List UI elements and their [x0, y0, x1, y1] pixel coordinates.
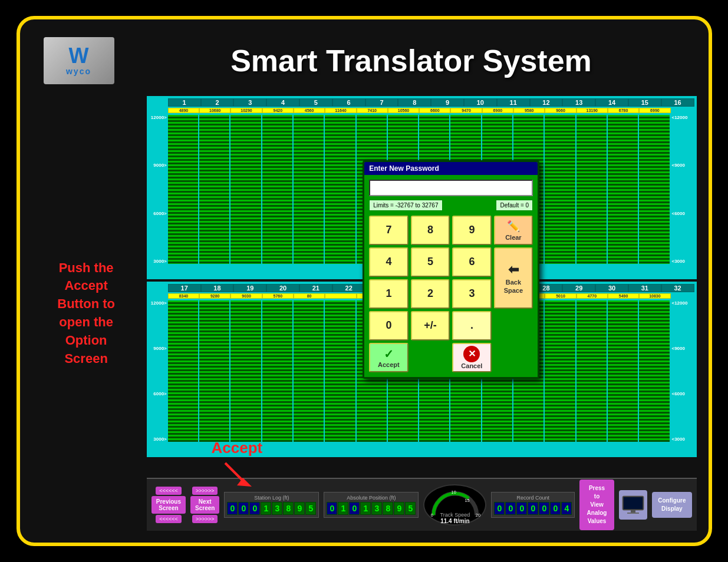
station-log-digits: 0 0 0 1 3 8 9 5	[227, 502, 316, 515]
configure-display-button[interactable]: ConfigureDisplay	[652, 492, 691, 518]
numpad-dot[interactable]: .	[452, 311, 492, 340]
rdigit-0f: 0	[550, 502, 561, 515]
numpad-empty	[411, 343, 450, 372]
numpad-8[interactable]: 8	[411, 216, 450, 245]
station-log-display: Station Log (ft) 0 0 0 1 3 8 9 5	[224, 492, 319, 518]
left-panel: Push the Accept Button to open the Optio…	[32, 96, 141, 531]
rdigit-4: 4	[561, 502, 572, 515]
track-speed-label: Track Speed	[440, 512, 470, 518]
digit-0c: 0	[249, 502, 260, 515]
digit-5: 5	[305, 502, 316, 515]
svg-text:15: 15	[465, 498, 469, 503]
page-title: Smart Translator System	[132, 43, 691, 78]
numpad-3[interactable]: 3	[452, 279, 492, 309]
adigit-1b: 1	[360, 502, 371, 515]
header: W wyco Smart Translator System	[26, 25, 703, 96]
svg-rect-5	[624, 497, 643, 509]
numpad-0[interactable]: 0	[369, 311, 409, 340]
password-dialog: Enter New Password Limits = -32767 to 32…	[363, 160, 539, 379]
press-analog-button[interactable]: Press toViewAnalogValues	[579, 480, 614, 530]
grid-wrapper: 1 2 3 4 5 6 7 8 9 10 11 12 13 14	[147, 96, 697, 478]
adigit-3: 3	[371, 502, 382, 515]
default-label: Default = 0	[496, 200, 533, 211]
checkmark-icon: ✓	[384, 347, 394, 361]
adigit-1: 1	[338, 502, 348, 515]
digit-9: 9	[294, 502, 305, 515]
numpad-clear[interactable]: ✏️ Clear	[494, 216, 533, 245]
cancel-x-icon: ✕	[463, 346, 480, 362]
monitor-icon	[619, 490, 648, 520]
numpad-4[interactable]: 4	[369, 247, 409, 277]
record-count-display: Record Count 0 0 0 0 0 0 4	[491, 492, 575, 518]
station-log-label: Station Log (ft)	[227, 495, 316, 501]
logo-w-icon: W	[69, 45, 89, 67]
main-area: Push the Accept Button to open the Optio…	[26, 96, 703, 537]
numpad-6[interactable]: 6	[452, 247, 492, 277]
adigit-0: 0	[327, 502, 337, 515]
digit-8: 8	[283, 502, 294, 515]
next-arrows-top: >>>>>>	[192, 487, 218, 495]
accept-arrow-svg	[219, 457, 255, 487]
limits-label: Limits = -32767 to 32767	[369, 200, 442, 211]
backspace-arrow-icon: ⬅	[508, 262, 519, 277]
cancel-button[interactable]: ✕ Cancel	[452, 343, 492, 372]
numpad-5[interactable]: 5	[411, 247, 450, 277]
adigit-8: 8	[383, 502, 393, 515]
numpad-2[interactable]: 2	[411, 279, 450, 309]
adigit-9: 9	[394, 502, 404, 515]
rdigit-0b: 0	[505, 502, 516, 515]
password-input[interactable]	[369, 180, 533, 196]
prev-screen-button[interactable]: PreviousScreen	[151, 496, 186, 514]
main-window: W wyco Smart Translator System Push the …	[17, 16, 712, 546]
instruction-text: Push the Accept Button to open the Optio…	[57, 259, 115, 368]
accept-indicator: Accept	[212, 439, 263, 487]
speed-gauge: 0 10 15 20 Track Speed 11.4 ft/min	[423, 484, 486, 525]
logo-brand: wyco	[66, 67, 91, 76]
monitor-svg	[621, 495, 645, 515]
numpad-1[interactable]: 1	[369, 279, 409, 309]
svg-text:0: 0	[431, 513, 433, 518]
svg-rect-6	[631, 510, 635, 513]
digit-0b: 0	[238, 502, 249, 515]
svg-rect-7	[627, 513, 639, 514]
limits-row: Limits = -32767 to 32767 Default = 0	[369, 200, 533, 211]
logo-box: W wyco	[44, 37, 114, 84]
numpad-7[interactable]: 7	[369, 216, 409, 245]
dialog-body: Limits = -32767 to 32767 Default = 0 7	[364, 175, 538, 377]
digit-0: 0	[227, 502, 238, 515]
abs-position-digits: 0 1 0 1 3 8 9 5	[327, 502, 416, 515]
record-count-label: Record Count	[494, 495, 572, 501]
accept-button[interactable]: ✓ Accept	[369, 343, 409, 372]
svg-text:20: 20	[476, 513, 480, 518]
numpad: 7 8 9 ✏️ Clear	[369, 216, 533, 372]
svg-marker-9	[237, 478, 252, 487]
digit-3: 3	[272, 502, 282, 515]
track-speed-value: 11.4 ft/min	[440, 518, 469, 524]
dialog-overlay: Enter New Password Limits = -32767 to 32…	[147, 96, 697, 478]
record-count-digits: 0 0 0 0 0 0 4	[494, 502, 572, 515]
adigit-0b: 0	[349, 502, 360, 515]
abs-position-label: Absolute Position (ft)	[327, 495, 416, 501]
rdigit-0c: 0	[516, 502, 527, 515]
numpad-plus-minus[interactable]: +/-	[411, 311, 450, 340]
numpad-backspace[interactable]: ⬅ Back Space	[494, 247, 533, 309]
adigit-5: 5	[405, 502, 416, 515]
abs-position-display: Absolute Position (ft) 0 1 0 1 3 8 9 5	[324, 492, 419, 518]
dialog-title-bar: Enter New Password	[364, 162, 538, 175]
numpad-9[interactable]: 9	[452, 216, 492, 245]
next-arrows-bottom: >>>>>>	[192, 515, 218, 523]
prev-arrows-top: <<<<<<	[156, 487, 182, 495]
accept-label: Accept	[212, 439, 263, 457]
rdigit-0a: 0	[494, 502, 505, 515]
rdigit-0d: 0	[528, 502, 538, 515]
logo-area: W wyco	[38, 31, 132, 90]
eraser-icon: ✏️	[507, 220, 520, 233]
digit-1: 1	[261, 502, 271, 515]
svg-text:10: 10	[451, 490, 456, 495]
next-screen-button[interactable]: NextScreen	[190, 496, 219, 514]
rdigit-0e: 0	[539, 502, 549, 515]
prev-arrows-bottom: <<<<<<	[156, 515, 182, 523]
